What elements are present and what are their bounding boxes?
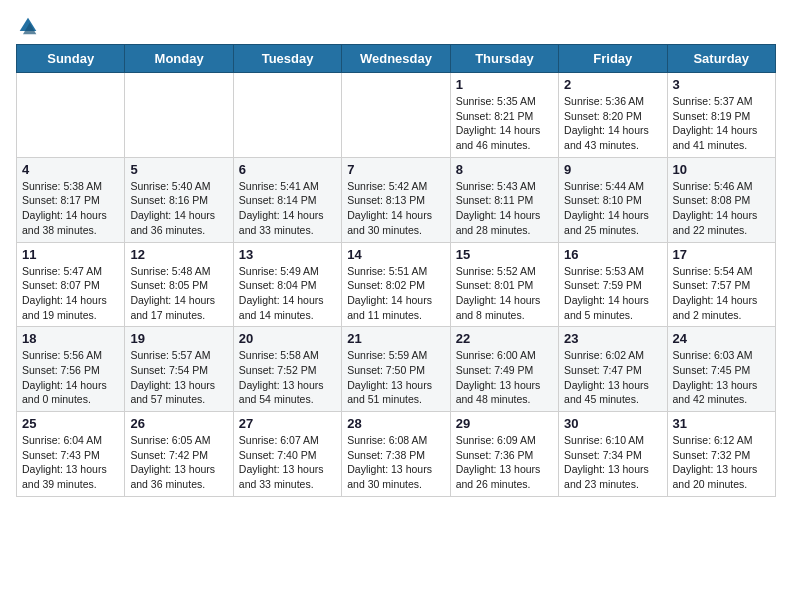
day-info: Sunrise: 5:48 AMSunset: 8:05 PMDaylight:… [130, 264, 227, 323]
calendar-cell: 19Sunrise: 5:57 AMSunset: 7:54 PMDayligh… [125, 327, 233, 412]
day-number: 5 [130, 162, 227, 177]
day-number: 25 [22, 416, 119, 431]
calendar-week-row-4: 18Sunrise: 5:56 AMSunset: 7:56 PMDayligh… [17, 327, 776, 412]
day-info: Sunrise: 5:36 AMSunset: 8:20 PMDaylight:… [564, 94, 661, 153]
day-number: 20 [239, 331, 336, 346]
calendar-cell: 12Sunrise: 5:48 AMSunset: 8:05 PMDayligh… [125, 242, 233, 327]
calendar-cell: 10Sunrise: 5:46 AMSunset: 8:08 PMDayligh… [667, 157, 775, 242]
calendar-cell: 13Sunrise: 5:49 AMSunset: 8:04 PMDayligh… [233, 242, 341, 327]
calendar-cell: 24Sunrise: 6:03 AMSunset: 7:45 PMDayligh… [667, 327, 775, 412]
calendar-cell: 11Sunrise: 5:47 AMSunset: 8:07 PMDayligh… [17, 242, 125, 327]
calendar-cell: 4Sunrise: 5:38 AMSunset: 8:17 PMDaylight… [17, 157, 125, 242]
calendar-cell: 20Sunrise: 5:58 AMSunset: 7:52 PMDayligh… [233, 327, 341, 412]
day-info: Sunrise: 6:12 AMSunset: 7:32 PMDaylight:… [673, 433, 770, 492]
day-info: Sunrise: 6:07 AMSunset: 7:40 PMDaylight:… [239, 433, 336, 492]
calendar-weekday-tuesday: Tuesday [233, 45, 341, 73]
day-number: 18 [22, 331, 119, 346]
calendar-cell: 6Sunrise: 5:41 AMSunset: 8:14 PMDaylight… [233, 157, 341, 242]
calendar-weekday-wednesday: Wednesday [342, 45, 450, 73]
day-info: Sunrise: 6:02 AMSunset: 7:47 PMDaylight:… [564, 348, 661, 407]
day-info: Sunrise: 5:37 AMSunset: 8:19 PMDaylight:… [673, 94, 770, 153]
day-info: Sunrise: 5:49 AMSunset: 8:04 PMDaylight:… [239, 264, 336, 323]
day-info: Sunrise: 5:46 AMSunset: 8:08 PMDaylight:… [673, 179, 770, 238]
calendar-cell [125, 73, 233, 158]
day-info: Sunrise: 5:40 AMSunset: 8:16 PMDaylight:… [130, 179, 227, 238]
calendar-weekday-monday: Monday [125, 45, 233, 73]
calendar-cell [233, 73, 341, 158]
day-info: Sunrise: 5:42 AMSunset: 8:13 PMDaylight:… [347, 179, 444, 238]
calendar-cell: 7Sunrise: 5:42 AMSunset: 8:13 PMDaylight… [342, 157, 450, 242]
day-number: 24 [673, 331, 770, 346]
day-info: Sunrise: 6:09 AMSunset: 7:36 PMDaylight:… [456, 433, 553, 492]
calendar-cell [17, 73, 125, 158]
calendar-cell: 27Sunrise: 6:07 AMSunset: 7:40 PMDayligh… [233, 412, 341, 497]
calendar-weekday-thursday: Thursday [450, 45, 558, 73]
day-number: 26 [130, 416, 227, 431]
calendar-week-row-2: 4Sunrise: 5:38 AMSunset: 8:17 PMDaylight… [17, 157, 776, 242]
calendar-cell: 25Sunrise: 6:04 AMSunset: 7:43 PMDayligh… [17, 412, 125, 497]
logo [16, 16, 38, 36]
day-number: 19 [130, 331, 227, 346]
calendar-cell: 17Sunrise: 5:54 AMSunset: 7:57 PMDayligh… [667, 242, 775, 327]
calendar-week-row-5: 25Sunrise: 6:04 AMSunset: 7:43 PMDayligh… [17, 412, 776, 497]
calendar-cell: 30Sunrise: 6:10 AMSunset: 7:34 PMDayligh… [559, 412, 667, 497]
day-info: Sunrise: 6:08 AMSunset: 7:38 PMDaylight:… [347, 433, 444, 492]
day-number: 21 [347, 331, 444, 346]
day-info: Sunrise: 5:56 AMSunset: 7:56 PMDaylight:… [22, 348, 119, 407]
day-number: 27 [239, 416, 336, 431]
calendar-cell: 14Sunrise: 5:51 AMSunset: 8:02 PMDayligh… [342, 242, 450, 327]
day-number: 17 [673, 247, 770, 262]
calendar-cell: 28Sunrise: 6:08 AMSunset: 7:38 PMDayligh… [342, 412, 450, 497]
day-info: Sunrise: 5:58 AMSunset: 7:52 PMDaylight:… [239, 348, 336, 407]
calendar-weekday-sunday: Sunday [17, 45, 125, 73]
day-number: 3 [673, 77, 770, 92]
calendar-cell: 2Sunrise: 5:36 AMSunset: 8:20 PMDaylight… [559, 73, 667, 158]
calendar-cell: 5Sunrise: 5:40 AMSunset: 8:16 PMDaylight… [125, 157, 233, 242]
day-info: Sunrise: 5:41 AMSunset: 8:14 PMDaylight:… [239, 179, 336, 238]
calendar-cell: 31Sunrise: 6:12 AMSunset: 7:32 PMDayligh… [667, 412, 775, 497]
day-number: 2 [564, 77, 661, 92]
day-info: Sunrise: 5:35 AMSunset: 8:21 PMDaylight:… [456, 94, 553, 153]
day-info: Sunrise: 6:00 AMSunset: 7:49 PMDaylight:… [456, 348, 553, 407]
day-number: 29 [456, 416, 553, 431]
calendar-table: SundayMondayTuesdayWednesdayThursdayFrid… [16, 44, 776, 497]
day-info: Sunrise: 5:53 AMSunset: 7:59 PMDaylight:… [564, 264, 661, 323]
calendar-cell: 21Sunrise: 5:59 AMSunset: 7:50 PMDayligh… [342, 327, 450, 412]
day-info: Sunrise: 5:57 AMSunset: 7:54 PMDaylight:… [130, 348, 227, 407]
day-number: 7 [347, 162, 444, 177]
day-number: 13 [239, 247, 336, 262]
day-number: 12 [130, 247, 227, 262]
day-info: Sunrise: 5:47 AMSunset: 8:07 PMDaylight:… [22, 264, 119, 323]
day-info: Sunrise: 6:05 AMSunset: 7:42 PMDaylight:… [130, 433, 227, 492]
day-number: 16 [564, 247, 661, 262]
calendar-weekday-friday: Friday [559, 45, 667, 73]
calendar-cell: 1Sunrise: 5:35 AMSunset: 8:21 PMDaylight… [450, 73, 558, 158]
calendar-cell: 9Sunrise: 5:44 AMSunset: 8:10 PMDaylight… [559, 157, 667, 242]
day-number: 8 [456, 162, 553, 177]
day-number: 10 [673, 162, 770, 177]
day-info: Sunrise: 6:03 AMSunset: 7:45 PMDaylight:… [673, 348, 770, 407]
day-number: 23 [564, 331, 661, 346]
calendar-week-row-1: 1Sunrise: 5:35 AMSunset: 8:21 PMDaylight… [17, 73, 776, 158]
day-number: 14 [347, 247, 444, 262]
calendar-weekday-saturday: Saturday [667, 45, 775, 73]
calendar-cell: 8Sunrise: 5:43 AMSunset: 8:11 PMDaylight… [450, 157, 558, 242]
calendar-cell: 18Sunrise: 5:56 AMSunset: 7:56 PMDayligh… [17, 327, 125, 412]
day-info: Sunrise: 5:43 AMSunset: 8:11 PMDaylight:… [456, 179, 553, 238]
day-number: 30 [564, 416, 661, 431]
day-number: 31 [673, 416, 770, 431]
calendar-cell: 3Sunrise: 5:37 AMSunset: 8:19 PMDaylight… [667, 73, 775, 158]
day-info: Sunrise: 5:54 AMSunset: 7:57 PMDaylight:… [673, 264, 770, 323]
logo-icon [18, 16, 38, 36]
day-info: Sunrise: 5:44 AMSunset: 8:10 PMDaylight:… [564, 179, 661, 238]
calendar-cell: 22Sunrise: 6:00 AMSunset: 7:49 PMDayligh… [450, 327, 558, 412]
day-number: 9 [564, 162, 661, 177]
calendar-cell: 15Sunrise: 5:52 AMSunset: 8:01 PMDayligh… [450, 242, 558, 327]
calendar-header-row: SundayMondayTuesdayWednesdayThursdayFrid… [17, 45, 776, 73]
calendar-cell [342, 73, 450, 158]
day-number: 11 [22, 247, 119, 262]
day-number: 1 [456, 77, 553, 92]
day-number: 28 [347, 416, 444, 431]
calendar-cell: 29Sunrise: 6:09 AMSunset: 7:36 PMDayligh… [450, 412, 558, 497]
day-info: Sunrise: 5:38 AMSunset: 8:17 PMDaylight:… [22, 179, 119, 238]
